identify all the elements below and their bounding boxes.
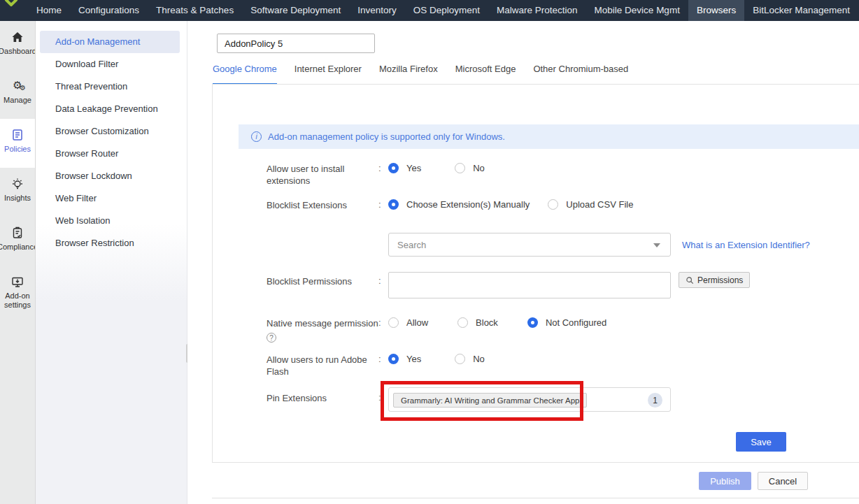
nav-item-mobile-device-mgmt[interactable]: Mobile Device Mgmt	[586, 0, 688, 21]
tab-internet-explorer[interactable]: Internet Explorer	[294, 62, 362, 84]
blocklist-permissions-textarea[interactable]	[388, 272, 671, 298]
rail-item-label: Insights	[4, 194, 31, 203]
radio-upload-csv[interactable]: Upload CSV File	[548, 199, 633, 210]
chevron-down-icon[interactable]	[653, 243, 660, 247]
radio-unselected-icon[interactable]	[455, 354, 465, 364]
home-icon	[10, 30, 24, 44]
form-row-blocklist-permissions: Blocklist Permissions : Permissions	[267, 272, 859, 298]
rail-item-addon-settings[interactable]: Add-on settings	[0, 266, 35, 315]
radio-selected-icon[interactable]	[388, 163, 399, 173]
search-icon	[686, 276, 694, 285]
radio-label: Block	[476, 317, 498, 328]
permissions-button-label: Permissions	[697, 275, 743, 285]
tab-microsoft-edge[interactable]: Microsoft Edge	[455, 62, 516, 84]
sidebar-item-addon-management[interactable]: Add-on Management	[40, 31, 180, 53]
form-row-extension-search: What is an Extension Identifier?	[267, 233, 859, 257]
info-icon: i	[251, 131, 262, 142]
monitor-install-icon	[10, 275, 24, 289]
main-content: Google Chrome Internet Explorer Mozilla …	[187, 21, 859, 504]
radio-unselected-icon[interactable]	[455, 163, 465, 173]
tab-google-chrome[interactable]: Google Chrome	[213, 62, 277, 84]
radio-unselected-icon[interactable]	[388, 317, 399, 328]
radio-label: Choose Extension(s) Manually	[406, 199, 530, 210]
nav-item-threats-patches[interactable]: Threats & Patches	[148, 0, 242, 21]
logo-icon	[4, 0, 18, 7]
gears-icon: ⚙⚙	[10, 79, 24, 93]
sidebar-item-web-filter[interactable]: Web Filter	[40, 187, 180, 210]
nav-item-software-deployment[interactable]: Software Deployment	[242, 0, 349, 21]
radio-label: Allow	[406, 317, 428, 328]
sidebar-item-web-isolation[interactable]: Web Isolation	[40, 210, 180, 232]
nav-item-os-deployment[interactable]: OS Deployment	[405, 0, 488, 21]
rail-item-label: Dashboard	[0, 47, 35, 56]
publish-button[interactable]: Publish	[699, 472, 751, 490]
sidebar-item-download-filter[interactable]: Download Filter	[40, 53, 180, 75]
radio-label: No	[473, 163, 485, 173]
rail-item-dashboard[interactable]: Dashboard	[0, 21, 35, 70]
radio-allow[interactable]: Allow	[388, 317, 428, 328]
form-row-install-extensions: Allow user to install extensions : Yes N…	[267, 163, 859, 187]
radio-not-configured[interactable]: Not Configured	[527, 317, 606, 328]
colon-separator: :	[378, 317, 388, 328]
app-logo[interactable]	[0, 0, 28, 21]
rail-item-label: Compliance	[0, 243, 35, 252]
permissions-button[interactable]: Permissions	[679, 272, 750, 288]
rail-item-insights[interactable]: Insights	[0, 168, 35, 217]
sidebar-item-browser-customization[interactable]: Browser Customization	[40, 120, 180, 143]
tab-other-chromium[interactable]: Other Chromium-based	[533, 62, 628, 84]
field-label: Blocklist Permissions	[267, 272, 378, 287]
pinned-extension-chip[interactable]: Grammarly: AI Writing and Grammar Checke…	[393, 393, 587, 408]
policy-type-sidebar: Add-on Management Download Filter Threat…	[36, 21, 187, 504]
radio-label: Not Configured	[546, 317, 606, 328]
sidebar-item-data-leakage-prevention[interactable]: Data Leakage Prevention	[40, 98, 180, 120]
radio-flash-yes[interactable]: Yes	[388, 354, 421, 364]
extension-search-dropdown[interactable]	[388, 233, 671, 257]
rail-item-compliance[interactable]: Compliance	[0, 217, 35, 266]
field-label: Blocklist Extensions	[267, 199, 378, 211]
sidebar-item-browser-lockdown[interactable]: Browser Lockdown	[40, 165, 180, 187]
top-navigation-bar: Home Configurations Threats & Patches So…	[0, 0, 859, 21]
radio-selected-icon[interactable]	[527, 317, 538, 328]
radio-install-no[interactable]: No	[455, 163, 485, 173]
radio-unselected-icon[interactable]	[548, 199, 558, 210]
nav-item-malware-protection[interactable]: Malware Protection	[488, 0, 586, 21]
radio-block[interactable]: Block	[457, 317, 498, 328]
browser-tabs: Google Chrome Internet Explorer Mozilla …	[213, 62, 628, 84]
sidebar-item-browser-restriction[interactable]: Browser Restriction	[40, 232, 180, 254]
rail-item-policies[interactable]: Policies	[0, 119, 35, 168]
lightbulb-icon	[10, 177, 24, 191]
radio-choose-manually[interactable]: Choose Extension(s) Manually	[388, 199, 530, 210]
colon-separator: :	[378, 163, 388, 173]
pinned-count-badge: 1	[648, 393, 662, 408]
colon-separator: :	[378, 199, 388, 210]
sidebar-item-browser-router[interactable]: Browser Router	[40, 143, 180, 165]
field-label-text: Native message permission	[267, 318, 378, 329]
nav-item-browsers[interactable]: Browsers	[688, 0, 744, 21]
save-button[interactable]: Save	[736, 432, 786, 452]
tab-mozilla-firefox[interactable]: Mozilla Firefox	[379, 62, 438, 84]
radio-label: Yes	[406, 163, 421, 173]
help-icon[interactable]: ?	[267, 333, 276, 343]
form-row-native-message: Native message permission ? : Allow Bloc…	[267, 317, 859, 343]
radio-selected-icon[interactable]	[388, 199, 399, 210]
nav-item-home[interactable]: Home	[28, 0, 70, 21]
banner-text: Add-on management policy is supported on…	[268, 131, 505, 142]
colon-separator: :	[378, 354, 388, 364]
policy-name-input[interactable]	[217, 34, 375, 53]
nav-item-bitlocker-management[interactable]: BitLocker Management	[744, 0, 858, 21]
radio-selected-icon[interactable]	[388, 354, 399, 364]
radio-flash-no[interactable]: No	[455, 354, 485, 364]
nav-item-inventory[interactable]: Inventory	[349, 0, 405, 21]
rail-item-manage[interactable]: ⚙⚙ Manage	[0, 70, 35, 119]
radio-unselected-icon[interactable]	[457, 317, 468, 328]
extension-search-input[interactable]	[389, 233, 670, 256]
colon-separator: :	[378, 387, 388, 403]
extension-identifier-help-link[interactable]: What is an Extension Identifier?	[682, 240, 810, 250]
radio-install-yes[interactable]: Yes	[388, 163, 421, 173]
nav-item-configurations[interactable]: Configurations	[70, 0, 148, 21]
windows-only-banner: i Add-on management policy is supported …	[239, 124, 859, 149]
footer-action-bar: Publish Cancel	[212, 463, 859, 498]
pinned-extensions-field[interactable]: Grammarly: AI Writing and Grammar Checke…	[388, 387, 671, 412]
cancel-button[interactable]: Cancel	[758, 472, 808, 490]
sidebar-item-threat-prevention[interactable]: Threat Prevention	[40, 75, 180, 98]
